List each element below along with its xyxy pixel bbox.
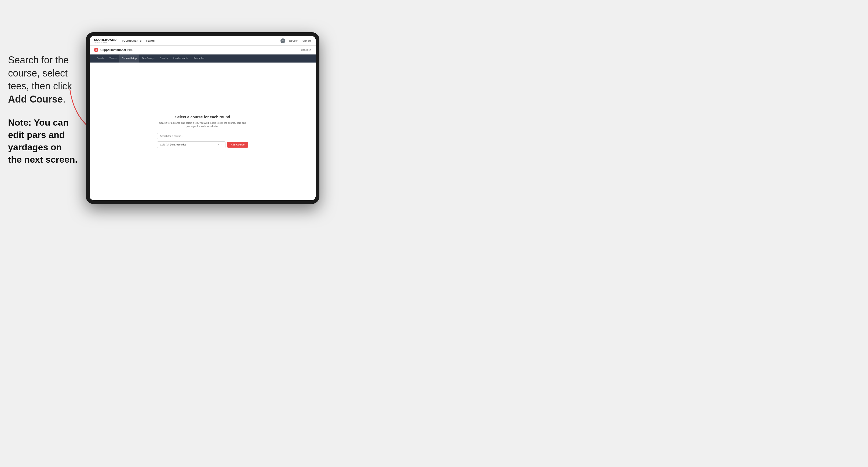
tablet-screen: SCOREBOARD Powered by clippd TOURNAMENTS… (90, 36, 316, 200)
tab-bar: Details Teams Course Setup Tee Groups Re… (90, 55, 316, 63)
tournament-badge: (Men) (127, 49, 133, 51)
tab-leaderboards[interactable]: Leaderboards (171, 55, 191, 63)
search-instruction: Search for the course, select tees, then… (8, 54, 78, 106)
tournament-title: Clippd Invitational (100, 48, 126, 52)
add-course-button[interactable]: Add Course (227, 142, 248, 148)
tab-details[interactable]: Details (94, 55, 107, 63)
add-course-bold: Add Course (8, 94, 63, 105)
course-search-input[interactable]: Peachtree GC (157, 133, 248, 139)
tee-select[interactable]: Gold (M) (M) (7010 yds) ✕ ⌃ (157, 142, 225, 148)
logo-subtitle: Powered by clippd (94, 41, 117, 43)
tab-teams[interactable]: Teams (107, 55, 119, 63)
user-name: Test User (287, 39, 298, 42)
annotation-area: Search for the course, select tees, then… (8, 54, 78, 166)
user-area: U Test User | Sign out (280, 38, 311, 43)
tab-results[interactable]: Results (157, 55, 171, 63)
nav-teams[interactable]: TEAMS (146, 39, 155, 42)
tee-clear-icon[interactable]: ✕ (217, 143, 220, 146)
cancel-button[interactable]: Cancel ✕ (301, 49, 311, 51)
nav-separator: | (300, 39, 300, 42)
user-avatar: U (280, 38, 285, 43)
tablet-frame: SCOREBOARD Powered by clippd TOURNAMENTS… (86, 32, 319, 204)
tee-select-controls: ✕ ⌃ (217, 143, 222, 146)
card-description: Search for a course and select a tee. Yo… (157, 121, 248, 129)
tab-course-setup[interactable]: Course Setup (119, 55, 139, 63)
tab-printables[interactable]: Printables (191, 55, 207, 63)
top-nav: SCOREBOARD Powered by clippd TOURNAMENTS… (90, 36, 316, 45)
main-content: Select a course for each round Search fo… (90, 63, 316, 200)
card-title: Select a course for each round (157, 115, 248, 119)
nav-links: TOURNAMENTS TEAMS (122, 39, 280, 42)
course-setup-card: Select a course for each round Search fo… (157, 115, 248, 148)
tee-select-value: Gold (M) (M) (7010 yds) (160, 143, 186, 146)
tournament-icon: C (94, 48, 98, 52)
tee-select-row: Gold (M) (M) (7010 yds) ✕ ⌃ Add Course (157, 142, 248, 148)
logo-title: SCOREBOARD (94, 38, 117, 41)
tee-chevron-icon: ⌃ (221, 144, 222, 146)
tournament-header: C Clippd Invitational (Men) Cancel ✕ (90, 45, 316, 55)
tab-tee-groups[interactable]: Tee Groups (139, 55, 157, 63)
nav-tournaments[interactable]: TOURNAMENTS (122, 39, 142, 42)
logo-area: SCOREBOARD Powered by clippd (94, 38, 117, 43)
sign-out-link[interactable]: Sign out (303, 39, 311, 42)
note-text: Note: You can edit pars and yardages on … (8, 117, 78, 166)
